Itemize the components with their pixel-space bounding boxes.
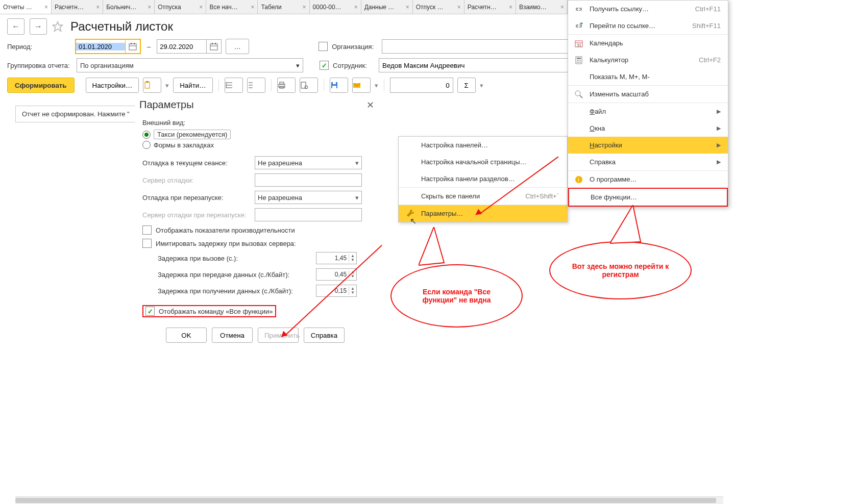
callout-tail-mask xyxy=(421,229,447,266)
menu-all-functions[interactable]: Все функции… xyxy=(568,188,728,207)
send-icon-button[interactable] xyxy=(352,78,371,93)
radio-icon xyxy=(142,141,151,149)
imitate-checkbox-row[interactable]: Имитировать задержку при вызовах сервера… xyxy=(142,239,368,248)
save-icon-button[interactable] xyxy=(330,78,348,93)
checkbox-icon xyxy=(142,239,152,248)
find-button[interactable]: Найти… xyxy=(173,78,212,93)
tab[interactable]: Табели× xyxy=(258,0,309,14)
collapse-tree-icon-button[interactable] xyxy=(247,78,265,93)
submenu-panels[interactable]: Настройка панелей… xyxy=(399,137,567,154)
menu-get-link[interactable]: Получить ссылку…Ctrl+F11 xyxy=(568,1,728,17)
shortcut-label: Shift+F11 xyxy=(692,22,721,30)
calendar-icon[interactable] xyxy=(206,40,221,53)
horizontal-scrollbar[interactable] xyxy=(15,496,723,504)
debug-server-input[interactable] xyxy=(255,173,362,187)
expand-tree-icon-button[interactable] xyxy=(225,78,243,93)
perf-checkbox-row[interactable]: Отображать показатели производительности xyxy=(142,225,368,235)
svg-rect-7 xyxy=(212,43,213,44)
chevron-down-icon: ▾ xyxy=(355,194,359,201)
tab[interactable]: 0000-00…× xyxy=(310,0,361,14)
submenu-hide-panels[interactable]: Скрыть все панелиCtrl+Shift+` xyxy=(399,187,567,205)
grouping-select[interactable]: По организациям▾ xyxy=(77,58,303,72)
menu-settings[interactable]: Настройки▶ xyxy=(568,137,728,154)
menu-calendar[interactable]: 31 Календарь xyxy=(568,34,728,52)
tab[interactable]: Расчетн…× xyxy=(464,0,516,14)
paste-icon-button[interactable] xyxy=(143,78,161,93)
tab[interactable]: Отчеты …× xyxy=(0,0,52,14)
ok-button[interactable]: OK xyxy=(166,327,207,343)
print-icon-button[interactable] xyxy=(277,78,296,93)
date-to-field[interactable] xyxy=(157,39,222,54)
org-checkbox[interactable] xyxy=(319,42,328,51)
favorite-star-icon[interactable] xyxy=(52,21,63,32)
close-tab-icon[interactable]: × xyxy=(199,4,203,11)
svg-rect-31 xyxy=(577,58,581,59)
close-tab-icon[interactable]: × xyxy=(96,4,100,11)
tab[interactable]: Расчетн…× xyxy=(52,0,103,14)
main-menu: Получить ссылку…Ctrl+F11 Перейти по ссыл… xyxy=(568,0,728,207)
close-tab-icon[interactable]: × xyxy=(354,4,358,11)
delay-send-label: Задержка при передаче данных (с./Кбайт): xyxy=(158,271,316,279)
help-button[interactable]: Справка xyxy=(304,327,345,343)
svg-rect-10 xyxy=(146,81,149,83)
sum-number-input[interactable] xyxy=(390,78,453,93)
preview-icon-button[interactable] xyxy=(300,78,318,93)
menu-go-link[interactable]: Перейти по ссылке…Shift+F11 xyxy=(568,17,728,34)
date-from-field[interactable] xyxy=(75,39,141,54)
settings-button[interactable]: Настройки… xyxy=(86,78,139,93)
close-tab-icon[interactable]: × xyxy=(406,4,409,11)
close-tab-icon[interactable]: × xyxy=(457,4,461,11)
menu-calc[interactable]: КалькуляторCtrl+F2 xyxy=(568,52,728,68)
radio-taxi[interactable]: Такси (рекомендуется) xyxy=(142,130,368,139)
svg-marker-0 xyxy=(53,22,62,31)
tab[interactable]: Данные …× xyxy=(361,0,413,14)
close-tab-icon[interactable]: × xyxy=(251,4,254,11)
close-tab-icon[interactable]: × xyxy=(148,4,151,11)
close-tab-icon[interactable]: × xyxy=(44,4,48,11)
show-all-functions-checkbox[interactable]: Отображать команду «Все функции» xyxy=(142,305,276,317)
delay-call-input[interactable]: 1,45▲▼ xyxy=(316,252,357,264)
callout-tail-mask xyxy=(612,207,644,244)
period-label: Период: xyxy=(7,43,71,51)
appearance-label: Внешний вид: xyxy=(142,119,368,127)
menu-show-m[interactable]: Показать M, M+, M- xyxy=(568,68,728,85)
debug-restart-select[interactable]: Не разрешена▾ xyxy=(255,191,362,204)
tab[interactable]: Отпуска× xyxy=(155,0,206,14)
tab[interactable]: Отпуск …× xyxy=(413,0,464,14)
svg-point-34 xyxy=(580,60,581,61)
radio-tabs[interactable]: Формы в закладках xyxy=(142,141,368,149)
tab[interactable]: Больнич…× xyxy=(103,0,155,14)
debug-server-restart-input[interactable] xyxy=(255,208,362,221)
tab[interactable]: Все нач…× xyxy=(206,0,258,14)
debug-session-label: Отладка в текущем сеансе: xyxy=(142,156,250,169)
nav-forward-button[interactable]: → xyxy=(30,18,47,35)
date-to-input[interactable] xyxy=(157,43,206,51)
debug-session-select[interactable]: Не разрешена▾ xyxy=(255,156,362,169)
shortcut-label: Ctrl+Shift+` xyxy=(525,192,559,200)
close-tab-icon[interactable]: × xyxy=(560,4,564,11)
form-report-button[interactable]: Сформировать xyxy=(7,78,75,93)
svg-text:31: 31 xyxy=(577,43,581,47)
calendar-icon[interactable] xyxy=(125,40,140,53)
submenu-sections[interactable]: Настройка панели разделов… xyxy=(399,170,567,187)
submenu-parameters[interactable]: Параметры… xyxy=(399,205,567,222)
dialog-close-icon[interactable]: ✕ xyxy=(366,99,374,111)
annotation-callout: Если команда "Все функции" не видна xyxy=(390,264,523,327)
menu-help[interactable]: Справка▶ xyxy=(568,154,728,170)
chevron-down-icon: ▾ xyxy=(296,62,300,69)
cancel-button[interactable]: Отмена xyxy=(212,327,253,343)
menu-file[interactable]: ФФайлайл▶ xyxy=(568,103,728,120)
svg-rect-24 xyxy=(332,86,336,88)
menu-windows[interactable]: Окна▶ xyxy=(568,120,728,137)
period-picker-button[interactable]: … xyxy=(226,39,249,54)
menu-zoom[interactable]: Изменить масштаб xyxy=(568,85,728,103)
date-from-input[interactable] xyxy=(76,43,125,51)
tab[interactable]: Взаимо…× xyxy=(516,0,568,14)
employee-checkbox[interactable] xyxy=(320,61,329,70)
close-tab-icon[interactable]: × xyxy=(509,4,512,11)
menu-about[interactable]: i О программе… xyxy=(568,170,728,188)
sigma-button[interactable]: Σ xyxy=(457,78,476,93)
close-tab-icon[interactable]: × xyxy=(303,4,306,11)
nav-back-button[interactable]: ← xyxy=(7,18,25,35)
chevron-right-icon: ▶ xyxy=(717,125,721,132)
